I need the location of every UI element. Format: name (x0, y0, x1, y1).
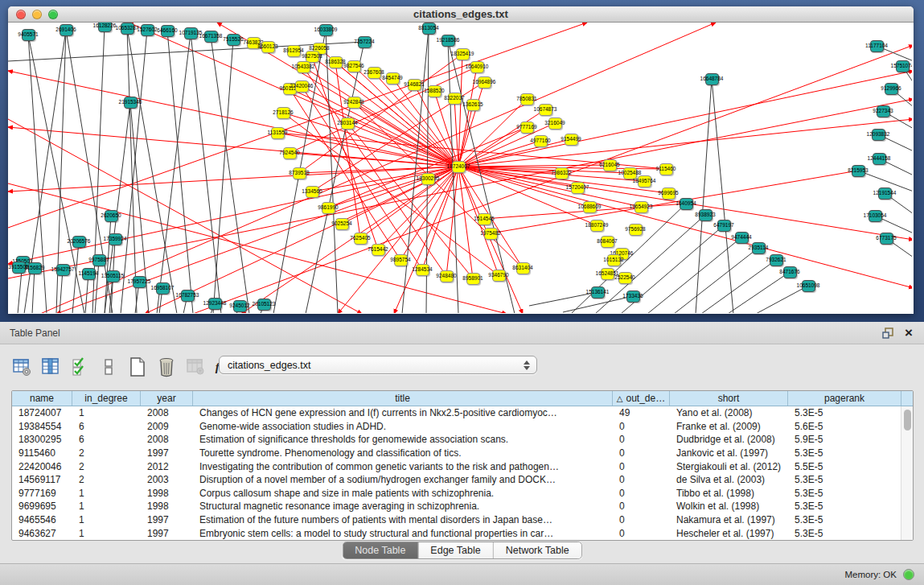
graph-node[interactable]: 15136141 (591, 286, 605, 299)
tab-network-table[interactable]: Network Table (494, 542, 581, 558)
network-table-selector[interactable]: citations_edges.txt (219, 356, 537, 374)
graph-node[interactable]: 16033809 (319, 24, 333, 36)
graph-node[interactable]: 7515526 (227, 34, 240, 46)
column-header-title[interactable]: title (193, 391, 613, 406)
graph-node[interactable]: 1145194 (82, 268, 96, 280)
memory-status-indicator[interactable] (903, 569, 914, 580)
graph-node[interactable]: 16648784 (705, 73, 719, 85)
graph-node[interactable]: 10719135 (184, 27, 198, 39)
graph-node[interactable]: 1640954 (680, 198, 693, 210)
graph-node[interactable]: 16964896 (478, 76, 491, 89)
graph-node[interactable]: 8215953 (852, 165, 865, 177)
network-window-titlebar[interactable]: citations_edges.txt (8, 6, 914, 23)
graph-node[interactable]: 18807249 (590, 220, 604, 232)
graph-node[interactable]: 21915346 (124, 97, 138, 109)
graph-node[interactable]: 1284534 (416, 264, 429, 276)
graph-node[interactable]: 8454749 (386, 72, 400, 84)
graph-node[interactable]: 8471676 (783, 266, 797, 278)
graph-node[interactable]: 9248480 (440, 270, 454, 282)
graph-node[interactable]: 9146821 (408, 79, 421, 91)
graph-node[interactable]: 7625405 (354, 233, 368, 245)
graph-node[interactable]: 1334560 (306, 186, 319, 198)
graph-node[interactable]: 9129966 (885, 83, 898, 95)
graph-node[interactable]: 6479197 (717, 220, 731, 232)
graph-node[interactable]: 8186328 (329, 56, 343, 68)
table-row[interactable]: 2242004622012Investigating the contribut… (12, 459, 913, 473)
column-header-pagerank[interactable]: pagerank (788, 391, 901, 406)
graph-node[interactable]: 12191544 (878, 187, 892, 200)
graph-node[interactable]: 9154499 (565, 134, 578, 146)
table-row[interactable]: 1938455462009Genome-wide association stu… (12, 420, 913, 434)
graph-node[interactable]: 8813054 (422, 23, 436, 35)
graph-node[interactable]: 2718126 (277, 107, 290, 119)
graph-node[interactable]: 15942757 (56, 264, 70, 276)
graph-node[interactable]: 22420046 (295, 80, 309, 93)
graph-node[interactable]: 8938923 (699, 209, 713, 221)
graph-node[interactable]: 20206576 (72, 236, 86, 248)
graph-node[interactable]: 2803144 (341, 117, 355, 130)
graph-node[interactable]: 10651098 (802, 280, 815, 292)
graph-node[interactable]: 1733436 (626, 290, 640, 303)
table-row[interactable]: 1872400712008Changes of HCN gene express… (12, 406, 913, 420)
graph-node[interactable]: 6466160 (161, 25, 175, 37)
table-row[interactable]: 946554611997Estimation of the future num… (12, 513, 913, 527)
graph-node[interactable]: 2367608 (368, 67, 381, 79)
graph-node[interactable]: 7357224 (358, 36, 372, 48)
graph-node[interactable]: 16671358 (204, 31, 218, 43)
graph-node[interactable]: 1588520 (428, 85, 441, 97)
graph-node[interactable]: 9756928 (629, 224, 643, 236)
column-header-in_degree[interactable]: in_degree (72, 391, 141, 406)
graph-node[interactable]: 18325419 (456, 48, 470, 60)
graph-node[interactable]: 13505115 (106, 270, 120, 282)
graph-node[interactable]: 2691406 (60, 24, 73, 36)
graph-node[interactable]: 17957225 (133, 276, 146, 288)
graph-node[interactable]: 7850831 (520, 93, 534, 105)
tab-edge-table[interactable]: Edge Table (418, 542, 493, 558)
graph-node[interactable]: 8912954 (287, 45, 301, 57)
graph-node[interactable]: 9699695 (662, 187, 676, 200)
table-row[interactable]: 1456911722003Disruption of a novel membe… (12, 473, 913, 487)
graph-node[interactable]: 9227343 (877, 105, 890, 117)
select-all-icon[interactable] (69, 356, 90, 377)
graph-node[interactable]: 7986322 (555, 167, 569, 179)
graph-node[interactable]: 1975482 (484, 228, 498, 240)
graph-node[interactable]: 2620650 (105, 210, 118, 222)
graph-node[interactable]: 6773175 (880, 233, 893, 245)
graph-node[interactable]: 3216049 (548, 117, 562, 130)
column-header-out_de[interactable]: △out_de… (613, 391, 670, 406)
table-row[interactable]: 1830029562008Estimation of significance … (12, 433, 913, 447)
graph-node[interactable]: 12923448 (208, 298, 222, 310)
graph-node[interactable]: 1362615 (466, 99, 480, 111)
graph-node[interactable]: 10688609 (583, 201, 597, 213)
graph-node[interactable]: 12444158 (873, 153, 886, 165)
graph-node[interactable]: 20105123 (257, 299, 271, 311)
graph-node[interactable]: 11177104 (870, 40, 884, 52)
graph-node[interactable]: 1514545 (478, 213, 491, 225)
graph-node[interactable]: 9975887 (92, 254, 106, 266)
clear-selection-icon[interactable] (98, 356, 119, 377)
graph-node[interactable]: 4977160 (534, 135, 548, 147)
table-scrollbar[interactable] (901, 406, 913, 540)
graph-node[interactable]: 9346790 (492, 270, 506, 282)
graph-node[interactable]: 8958901 (466, 273, 480, 285)
graph-node[interactable]: 18300295 (421, 173, 435, 185)
graph-node[interactable]: 8322037 (448, 93, 462, 105)
graph-node[interactable]: 15751074 (896, 60, 910, 72)
graph-node[interactable]: 16958107 (156, 282, 170, 295)
table-row[interactable]: 969969511998Structural magnetic resonanc… (12, 500, 913, 513)
show-columns-icon[interactable] (40, 356, 61, 377)
table-row[interactable]: 946362711997Embryonic stem cells: a mode… (12, 526, 913, 540)
graph-node[interactable]: 10674873 (539, 104, 552, 116)
graph-node[interactable]: 6216045 (603, 159, 617, 171)
table-row[interactable]: 977716911998Corpus callosum shape and si… (12, 487, 913, 501)
graph-node[interactable]: 9777169 (520, 122, 534, 134)
graph-node[interactable]: 16128226 (98, 23, 112, 32)
graph-node[interactable]: 9115460 (659, 163, 673, 175)
graph-node[interactable]: 8631404 (516, 262, 530, 274)
graph-node[interactable]: 19654923 (634, 201, 648, 213)
graph-node[interactable]: 18724007 (452, 161, 466, 173)
tab-node-table[interactable]: Node Table (343, 542, 418, 558)
delete-column-icon[interactable] (156, 356, 177, 377)
graph-node[interactable]: 8739518 (293, 167, 306, 179)
graph-node[interactable]: 16524851 (601, 268, 614, 280)
